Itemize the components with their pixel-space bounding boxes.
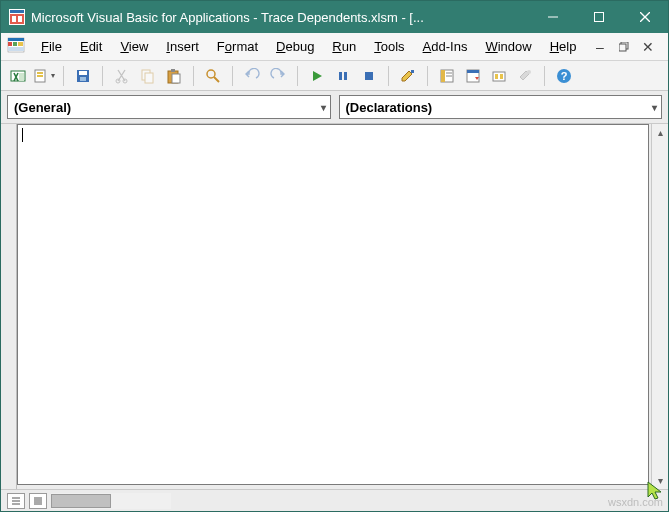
svg-marker-34 — [313, 71, 322, 81]
menu-file[interactable]: File — [33, 36, 70, 57]
insert-module-icon[interactable]: ▾ — [33, 65, 55, 87]
procedure-view-button[interactable] — [7, 493, 25, 509]
menu-addins[interactable]: Add-Ins — [415, 36, 476, 57]
code-pane-header: (General) ▾ (Declarations) ▾ — [1, 91, 668, 124]
svg-rect-4 — [18, 16, 22, 22]
code-editor[interactable] — [17, 124, 649, 485]
svg-rect-12 — [13, 42, 17, 46]
mdi-close-button[interactable]: ✕ — [640, 39, 656, 55]
code-area: ▴ ▾ — [1, 124, 668, 489]
svg-rect-30 — [171, 69, 175, 72]
menu-tools[interactable]: Tools — [366, 36, 412, 57]
svg-line-33 — [214, 77, 219, 82]
svg-rect-47 — [493, 72, 505, 81]
svg-rect-14 — [8, 47, 24, 51]
svg-rect-10 — [8, 38, 24, 41]
procedure-combo-value: (Declarations) — [346, 100, 433, 115]
chevron-down-icon: ▾ — [321, 102, 326, 113]
redo-icon[interactable] — [267, 65, 289, 87]
find-icon[interactable] — [202, 65, 224, 87]
mdi-minimize-button[interactable]: – — [592, 39, 608, 55]
chevron-down-icon: ▾ — [652, 102, 657, 113]
svg-point-32 — [207, 70, 215, 78]
menu-edit[interactable]: Edit — [72, 36, 110, 57]
copy-icon[interactable] — [137, 65, 159, 87]
svg-marker-60 — [648, 482, 661, 499]
cut-icon[interactable] — [111, 65, 133, 87]
menu-debug[interactable]: Debug — [268, 36, 322, 57]
vba-app-icon — [9, 9, 25, 25]
help-icon[interactable]: ? — [553, 65, 575, 87]
text-caret — [22, 128, 23, 142]
full-module-view-button[interactable] — [29, 493, 47, 509]
scroll-up-arrow[interactable]: ▴ — [652, 124, 669, 141]
svg-rect-20 — [37, 72, 43, 74]
svg-rect-48 — [495, 74, 498, 79]
scroll-track[interactable] — [652, 141, 668, 472]
procedure-combo[interactable]: (Declarations) ▾ — [339, 95, 663, 119]
menu-view[interactable]: View — [112, 36, 156, 57]
horizontal-scrollbar[interactable] — [51, 493, 171, 509]
reset-icon[interactable] — [358, 65, 380, 87]
window-title: Microsoft Visual Basic for Applications … — [31, 10, 530, 25]
mdi-controls: – ✕ — [592, 39, 662, 55]
cursor-icon — [647, 481, 665, 506]
svg-rect-24 — [80, 77, 86, 81]
paste-icon[interactable] — [163, 65, 185, 87]
minimize-button[interactable] — [530, 1, 576, 33]
titlebar: Microsoft Visual Basic for Applications … — [1, 1, 668, 33]
menu-window[interactable]: Window — [477, 36, 539, 57]
object-combo[interactable]: (General) ▾ — [7, 95, 331, 119]
save-icon[interactable] — [72, 65, 94, 87]
excel-doc-icon — [7, 36, 25, 57]
svg-rect-21 — [37, 75, 43, 77]
menu-insert[interactable]: Insert — [158, 36, 207, 57]
svg-rect-11 — [8, 42, 12, 46]
object-browser-icon[interactable] — [488, 65, 510, 87]
svg-rect-39 — [411, 70, 414, 73]
svg-rect-3 — [12, 16, 16, 22]
svg-marker-38 — [402, 71, 412, 81]
svg-rect-23 — [79, 71, 87, 75]
margin-indicator-bar[interactable] — [1, 124, 17, 489]
svg-rect-6 — [595, 13, 604, 22]
svg-rect-36 — [344, 72, 347, 80]
properties-window-icon[interactable] — [462, 65, 484, 87]
svg-rect-16 — [619, 44, 626, 51]
svg-text:?: ? — [561, 70, 568, 82]
svg-rect-31 — [172, 74, 180, 83]
svg-rect-28 — [145, 73, 153, 83]
break-icon[interactable] — [332, 65, 354, 87]
svg-rect-35 — [339, 72, 342, 80]
maximize-button[interactable] — [576, 1, 622, 33]
object-combo-value: (General) — [14, 100, 71, 115]
svg-rect-45 — [467, 70, 479, 73]
run-icon[interactable] — [306, 65, 328, 87]
code-view-switcher — [1, 489, 668, 511]
menu-help[interactable]: Help — [542, 36, 585, 57]
menu-run[interactable]: Run — [324, 36, 364, 57]
scroll-thumb[interactable] — [51, 494, 111, 508]
undo-icon[interactable] — [241, 65, 263, 87]
svg-rect-41 — [441, 70, 445, 82]
vertical-scrollbar[interactable]: ▴ ▾ — [651, 124, 668, 489]
svg-point-50 — [527, 70, 531, 74]
standard-toolbar: ▾ — [1, 61, 668, 91]
menubar: File Edit View Insert Format Debug Run T… — [1, 33, 668, 61]
mdi-restore-button[interactable] — [616, 39, 632, 55]
menu-format[interactable]: Format — [209, 36, 266, 57]
svg-rect-13 — [18, 42, 23, 46]
svg-rect-37 — [365, 72, 373, 80]
toolbox-icon[interactable] — [514, 65, 536, 87]
close-button[interactable] — [622, 1, 668, 33]
project-explorer-icon[interactable] — [436, 65, 458, 87]
svg-rect-1 — [10, 10, 24, 13]
design-mode-icon[interactable] — [397, 65, 419, 87]
svg-rect-18 — [19, 73, 24, 81]
view-excel-icon[interactable] — [7, 65, 29, 87]
svg-rect-49 — [500, 74, 503, 79]
